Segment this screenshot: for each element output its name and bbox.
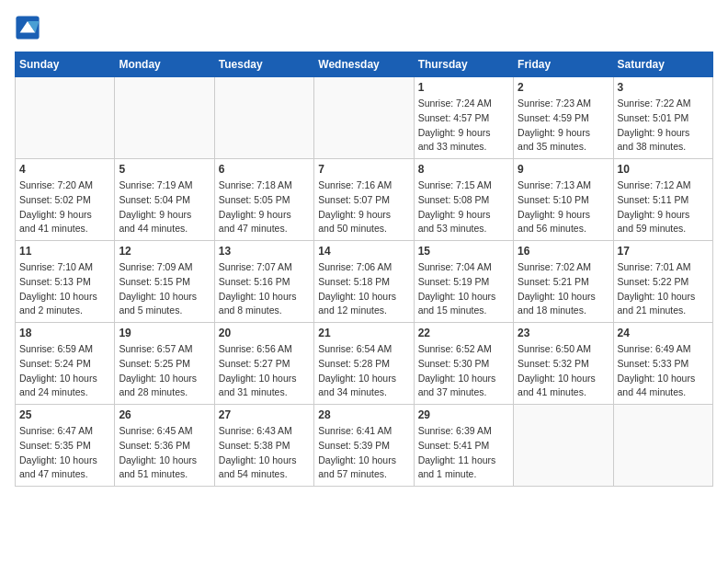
day-info: Sunrise: 6:50 AM Sunset: 5:32 PM Dayligh… <box>518 342 609 400</box>
calendar-cell-week2-day1: 4Sunrise: 7:20 AM Sunset: 5:02 PM Daylig… <box>16 159 115 241</box>
day-info: Sunrise: 7:06 AM Sunset: 5:18 PM Dayligh… <box>318 260 409 318</box>
calendar-cell-week3-day3: 13Sunrise: 7:07 AM Sunset: 5:16 PM Dayli… <box>214 241 313 323</box>
day-number: 5 <box>119 163 210 176</box>
day-number: 20 <box>219 327 310 339</box>
day-number: 12 <box>119 245 210 258</box>
day-number: 16 <box>518 245 609 258</box>
weekday-header-sunday: Sunday <box>16 52 115 77</box>
calendar-week-row-4: 18Sunrise: 6:59 AM Sunset: 5:24 PM Dayli… <box>16 323 713 405</box>
day-info: Sunrise: 7:13 AM Sunset: 5:10 PM Dayligh… <box>518 178 609 236</box>
weekday-header-wednesday: Wednesday <box>314 52 414 77</box>
day-info: Sunrise: 7:23 AM Sunset: 4:59 PM Dayligh… <box>518 97 609 155</box>
calendar-cell-week1-day5: 1Sunrise: 7:24 AM Sunset: 4:57 PM Daylig… <box>414 77 513 159</box>
day-info: Sunrise: 7:12 AM Sunset: 5:11 PM Dayligh… <box>618 178 709 236</box>
day-number: 4 <box>19 163 110 176</box>
page-header <box>15 15 713 40</box>
calendar-cell-week1-day3 <box>214 77 313 159</box>
day-number: 8 <box>418 163 509 176</box>
calendar-cell-week3-day2: 12Sunrise: 7:09 AM Sunset: 5:15 PM Dayli… <box>115 241 214 323</box>
day-number: 26 <box>119 408 210 421</box>
day-number: 11 <box>19 245 110 258</box>
day-info: Sunrise: 7:10 AM Sunset: 5:13 PM Dayligh… <box>19 260 110 318</box>
calendar-cell-week3-day4: 14Sunrise: 7:06 AM Sunset: 5:18 PM Dayli… <box>314 241 414 323</box>
day-number: 28 <box>318 408 409 421</box>
calendar-cell-week2-day7: 10Sunrise: 7:12 AM Sunset: 5:11 PM Dayli… <box>613 159 712 241</box>
weekday-header-tuesday: Tuesday <box>214 52 313 77</box>
day-number: 29 <box>418 408 509 421</box>
day-info: Sunrise: 6:43 AM Sunset: 5:38 PM Dayligh… <box>219 424 310 482</box>
day-number: 17 <box>618 245 709 258</box>
calendar-cell-week5-day7 <box>613 405 712 487</box>
day-number: 22 <box>418 327 509 339</box>
calendar-cell-week2-day2: 5Sunrise: 7:19 AM Sunset: 5:04 PM Daylig… <box>115 159 214 241</box>
calendar-cell-week4-day6: 23Sunrise: 6:50 AM Sunset: 5:32 PM Dayli… <box>514 323 613 405</box>
day-info: Sunrise: 7:20 AM Sunset: 5:02 PM Dayligh… <box>19 178 110 236</box>
calendar-cell-week5-day5: 29Sunrise: 6:39 AM Sunset: 5:41 PM Dayli… <box>414 405 513 487</box>
calendar-week-row-2: 4Sunrise: 7:20 AM Sunset: 5:02 PM Daylig… <box>16 159 713 241</box>
calendar-cell-week1-day4 <box>314 77 414 159</box>
day-number: 21 <box>318 327 409 339</box>
calendar-cell-week1-day7: 3Sunrise: 7:22 AM Sunset: 5:01 PM Daylig… <box>613 77 712 159</box>
day-number: 10 <box>618 163 709 176</box>
calendar-cell-week2-day6: 9Sunrise: 7:13 AM Sunset: 5:10 PM Daylig… <box>514 159 613 241</box>
calendar-cell-week3-day5: 15Sunrise: 7:04 AM Sunset: 5:19 PM Dayli… <box>414 241 513 323</box>
calendar-cell-week1-day2 <box>115 77 214 159</box>
day-info: Sunrise: 6:59 AM Sunset: 5:24 PM Dayligh… <box>19 342 110 400</box>
day-info: Sunrise: 7:01 AM Sunset: 5:22 PM Dayligh… <box>618 260 709 318</box>
day-number: 24 <box>618 327 709 339</box>
logo <box>15 15 44 40</box>
day-info: Sunrise: 6:49 AM Sunset: 5:33 PM Dayligh… <box>618 342 709 400</box>
calendar-week-row-5: 25Sunrise: 6:47 AM Sunset: 5:35 PM Dayli… <box>16 405 713 487</box>
calendar-cell-week4-day5: 22Sunrise: 6:52 AM Sunset: 5:30 PM Dayli… <box>414 323 513 405</box>
calendar-cell-week1-day6: 2Sunrise: 7:23 AM Sunset: 4:59 PM Daylig… <box>514 77 613 159</box>
weekday-header-thursday: Thursday <box>414 52 513 77</box>
day-number: 18 <box>19 327 110 339</box>
calendar-cell-week5-day2: 26Sunrise: 6:45 AM Sunset: 5:36 PM Dayli… <box>115 405 214 487</box>
calendar-cell-week4-day7: 24Sunrise: 6:49 AM Sunset: 5:33 PM Dayli… <box>613 323 712 405</box>
day-number: 9 <box>518 163 609 176</box>
day-info: Sunrise: 6:54 AM Sunset: 5:28 PM Dayligh… <box>318 342 409 400</box>
weekday-header-row: SundayMondayTuesdayWednesdayThursdayFrid… <box>16 52 713 77</box>
calendar-cell-week3-day6: 16Sunrise: 7:02 AM Sunset: 5:21 PM Dayli… <box>514 241 613 323</box>
day-info: Sunrise: 7:18 AM Sunset: 5:05 PM Dayligh… <box>219 178 310 236</box>
day-number: 2 <box>518 81 609 94</box>
day-number: 1 <box>418 81 509 94</box>
day-info: Sunrise: 6:39 AM Sunset: 5:41 PM Dayligh… <box>418 424 509 482</box>
calendar-cell-week2-day5: 8Sunrise: 7:15 AM Sunset: 5:08 PM Daylig… <box>414 159 513 241</box>
day-number: 27 <box>219 408 310 421</box>
day-number: 3 <box>618 81 709 94</box>
day-info: Sunrise: 7:22 AM Sunset: 5:01 PM Dayligh… <box>618 97 709 155</box>
day-info: Sunrise: 6:57 AM Sunset: 5:25 PM Dayligh… <box>119 342 210 400</box>
calendar-cell-week5-day6 <box>514 405 613 487</box>
calendar-cell-week4-day4: 21Sunrise: 6:54 AM Sunset: 5:28 PM Dayli… <box>314 323 414 405</box>
day-info: Sunrise: 7:07 AM Sunset: 5:16 PM Dayligh… <box>219 260 310 318</box>
calendar-table: SundayMondayTuesdayWednesdayThursdayFrid… <box>15 52 713 487</box>
day-info: Sunrise: 7:04 AM Sunset: 5:19 PM Dayligh… <box>418 260 509 318</box>
day-info: Sunrise: 6:56 AM Sunset: 5:27 PM Dayligh… <box>219 342 310 400</box>
calendar-cell-week1-day1 <box>16 77 115 159</box>
day-number: 25 <box>19 408 110 421</box>
weekday-header-friday: Friday <box>514 52 613 77</box>
weekday-header-monday: Monday <box>115 52 214 77</box>
calendar-cell-week5-day3: 27Sunrise: 6:43 AM Sunset: 5:38 PM Dayli… <box>214 405 313 487</box>
calendar-cell-week3-day1: 11Sunrise: 7:10 AM Sunset: 5:13 PM Dayli… <box>16 241 115 323</box>
day-info: Sunrise: 7:16 AM Sunset: 5:07 PM Dayligh… <box>318 178 409 236</box>
weekday-header-saturday: Saturday <box>613 52 712 77</box>
day-info: Sunrise: 7:19 AM Sunset: 5:04 PM Dayligh… <box>119 178 210 236</box>
calendar-cell-week4-day1: 18Sunrise: 6:59 AM Sunset: 5:24 PM Dayli… <box>16 323 115 405</box>
day-number: 15 <box>418 245 509 258</box>
calendar-week-row-1: 1Sunrise: 7:24 AM Sunset: 4:57 PM Daylig… <box>16 77 713 159</box>
day-info: Sunrise: 7:02 AM Sunset: 5:21 PM Dayligh… <box>518 260 609 318</box>
day-number: 23 <box>518 327 609 339</box>
calendar-cell-week2-day4: 7Sunrise: 7:16 AM Sunset: 5:07 PM Daylig… <box>314 159 414 241</box>
day-info: Sunrise: 6:45 AM Sunset: 5:36 PM Dayligh… <box>119 424 210 482</box>
calendar-cell-week4-day3: 20Sunrise: 6:56 AM Sunset: 5:27 PM Dayli… <box>214 323 313 405</box>
day-info: Sunrise: 7:09 AM Sunset: 5:15 PM Dayligh… <box>119 260 210 318</box>
calendar-cell-week4-day2: 19Sunrise: 6:57 AM Sunset: 5:25 PM Dayli… <box>115 323 214 405</box>
day-number: 13 <box>219 245 310 258</box>
day-info: Sunrise: 6:41 AM Sunset: 5:39 PM Dayligh… <box>318 424 409 482</box>
day-number: 7 <box>318 163 409 176</box>
day-number: 14 <box>318 245 409 258</box>
day-info: Sunrise: 7:24 AM Sunset: 4:57 PM Dayligh… <box>418 97 509 155</box>
logo-icon <box>15 15 40 40</box>
